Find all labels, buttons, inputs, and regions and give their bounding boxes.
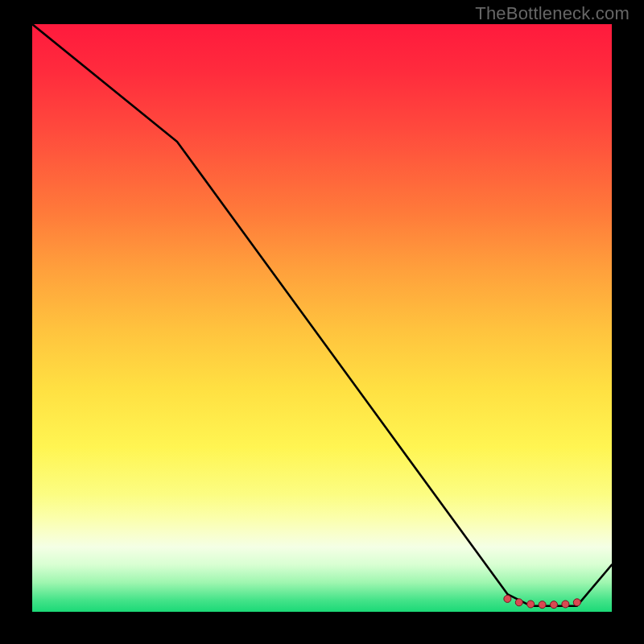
- marker-dot: [551, 601, 558, 609]
- curve-path: [32, 24, 612, 606]
- marker-dot: [504, 595, 511, 602]
- marker-dot: [515, 599, 522, 606]
- marker-dot: [562, 601, 569, 608]
- marker-dot: [539, 601, 546, 609]
- chart-frame: TheBottleneck.com: [0, 0, 644, 644]
- marker-dot: [527, 601, 535, 608]
- watermark-text: TheBottleneck.com: [475, 3, 630, 24]
- plot-area: [32, 24, 612, 612]
- line-overlay: [32, 24, 612, 612]
- marker-dot: [573, 599, 580, 606]
